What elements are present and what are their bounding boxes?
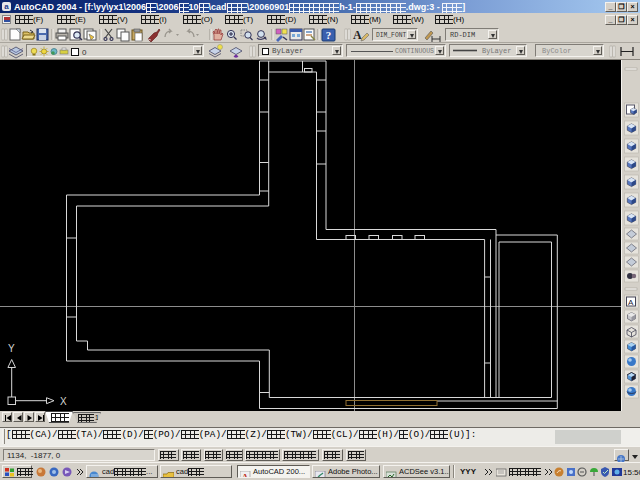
svg-text:Y: Y — [8, 343, 15, 354]
svg-text:A: A — [628, 298, 634, 307]
svg-text:?: ? — [326, 29, 332, 41]
svg-text:X: X — [60, 396, 67, 407]
svg-text:0: 0 — [82, 48, 87, 57]
svg-text:A: A — [353, 28, 362, 42]
svg-text:A: A — [242, 472, 249, 479]
